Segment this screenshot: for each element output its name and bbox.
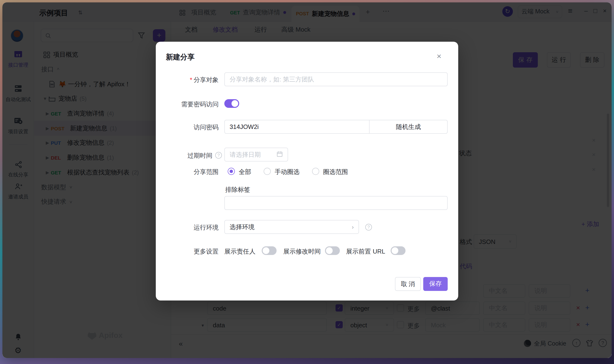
share-target-label: *分享对象 <box>156 76 219 84</box>
modal-title: 新建分享 <box>166 53 195 62</box>
password-input[interactable] <box>224 120 369 134</box>
show-modified-time-label: 展示修改时间 <box>283 247 321 256</box>
expire-label: 过期时间 <box>156 151 212 160</box>
radio-range-select[interactable] <box>312 168 319 175</box>
radio-all-label[interactable]: 全部 <box>239 168 251 176</box>
radio-manual-select[interactable] <box>264 168 271 175</box>
toggle-knob <box>263 247 269 254</box>
apifox-window: 示例项目 ⇅ 项目概览 GET 查询宠物详情 POST 新建宠物信息 + ⋯ ↻… <box>2 2 612 358</box>
need-password-label: 需要密码访问 <box>156 100 219 109</box>
environment-select[interactable]: 选择环境 › <box>224 220 359 234</box>
label-text: 分享对象 <box>194 76 219 83</box>
need-password-toggle-on[interactable] <box>224 99 239 108</box>
modal-save-button[interactable]: 保存 <box>423 277 448 291</box>
show-owner-toggle-off[interactable] <box>262 246 276 255</box>
question-icon[interactable]: ? <box>365 224 372 231</box>
scope-label: 分享范围 <box>156 168 219 176</box>
exclude-tags-label: 排除标签 <box>225 185 250 194</box>
share-target-input[interactable] <box>224 72 448 86</box>
show-base-url-label: 展示前置 URL <box>346 247 385 256</box>
question-icon[interactable]: ? <box>215 152 222 159</box>
calendar-icon <box>276 151 283 157</box>
more-settings-label: 更多设置 <box>156 247 219 256</box>
desktop: 示例项目 ⇅ 项目概览 GET 查询宠物详情 POST 新建宠物信息 + ⋯ ↻… <box>0 0 614 364</box>
show-owner-label: 展示责任人 <box>224 247 255 256</box>
environment-label: 运行环境 <box>156 223 219 232</box>
close-icon[interactable]: × <box>437 52 442 61</box>
toggle-knob <box>326 247 333 254</box>
exclude-tags-input[interactable] <box>224 196 448 210</box>
radio-all-selected[interactable] <box>228 168 235 175</box>
chevron-right-icon: › <box>352 224 354 230</box>
toggle-knob <box>232 100 238 107</box>
radio-manual-label[interactable]: 手动圈选 <box>275 168 300 176</box>
environment-placeholder: 选择环境 <box>230 223 255 231</box>
required-asterisk: * <box>190 76 192 83</box>
toggle-knob <box>392 247 398 254</box>
cancel-button[interactable]: 取消 <box>395 277 421 291</box>
show-base-url-toggle-off[interactable] <box>391 246 405 255</box>
new-share-modal: 新建分享 × *分享对象 需要密码访问 访问密码 随机生成 过期时间 ? 分享范… <box>156 42 458 300</box>
password-label: 访问密码 <box>156 123 219 132</box>
show-modified-time-toggle-off[interactable] <box>325 246 340 255</box>
generate-password-button[interactable]: 随机生成 <box>369 120 448 134</box>
radio-range-label[interactable]: 圈选范围 <box>323 168 348 176</box>
